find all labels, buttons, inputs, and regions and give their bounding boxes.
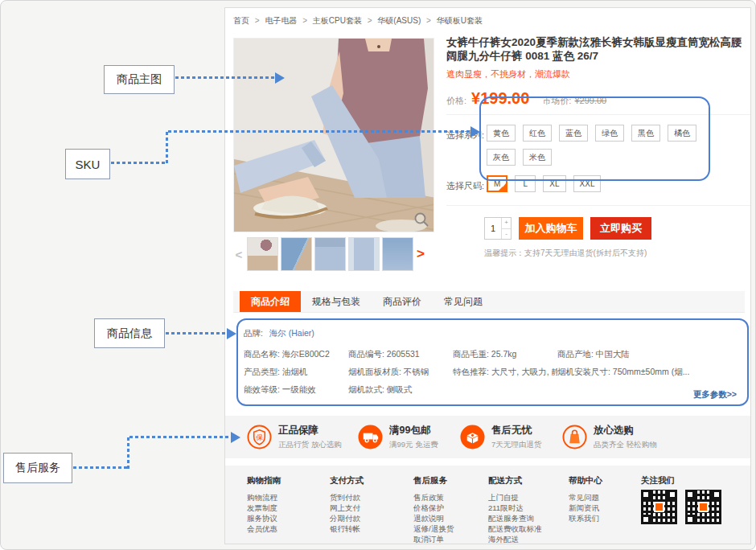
- tab-faq[interactable]: 常见问题: [433, 291, 494, 312]
- breadcrumb: 首页 > 电子电器 > 主板CPU套装 > 华硕(ASUS) > 华硕板U套装: [233, 15, 483, 27]
- thumbs-next-icon[interactable]: >: [415, 246, 426, 262]
- footer-link[interactable]: 售后政策: [413, 492, 454, 503]
- brand-value-link[interactable]: 海尔 (Haier): [269, 328, 314, 338]
- add-to-cart-button[interactable]: 加入购物车: [519, 217, 583, 240]
- footer-link[interactable]: 购物流程: [247, 492, 281, 503]
- series-option-red[interactable]: 红色: [523, 125, 552, 142]
- footer-link[interactable]: 新闻资讯: [569, 503, 602, 513]
- footer-link[interactable]: 取消订单: [413, 534, 454, 544]
- size-label: 选择尺码:: [446, 175, 487, 192]
- annotation-label-sku: SKU: [65, 149, 110, 179]
- size-row: 选择尺码: M L XL XXL: [446, 175, 750, 192]
- price-row: 价格: ¥199.00 市场价: ¥299.00: [446, 85, 750, 115]
- price-label: 价格:: [446, 95, 466, 107]
- qr-code-weibo: [685, 490, 721, 524]
- footer-link[interactable]: 211限时达: [488, 503, 542, 513]
- product-spec-grid: 商品名称: 海尔E800C2 商品编号: 2605531 商品毛重: 25.7k…: [244, 349, 738, 396]
- footer-link[interactable]: 配送费收取标准: [488, 523, 542, 534]
- footer-col-title: 关注我们: [641, 475, 675, 486]
- series-option-orange[interactable]: 橘色: [668, 125, 696, 142]
- quantity-increase-button[interactable]: +: [502, 218, 511, 229]
- footer-link[interactable]: 价格保护: [413, 503, 454, 513]
- footer-link[interactable]: 返修/退换货: [413, 523, 454, 534]
- series-option-black[interactable]: 黑色: [631, 125, 660, 142]
- footer-link[interactable]: 分期付款: [330, 513, 364, 523]
- footer-link[interactable]: 上门自提: [488, 492, 542, 503]
- breadcrumb-item-brand[interactable]: 华硕(ASUS): [377, 16, 421, 25]
- shopping-bag-icon: [562, 425, 587, 449]
- thumbnail-4[interactable]: [348, 237, 380, 271]
- breadcrumb-separator: >: [255, 16, 260, 25]
- breadcrumb-item-category1[interactable]: 电子电器: [265, 16, 297, 25]
- footer-link[interactable]: 网上支付: [330, 503, 364, 513]
- buy-now-button[interactable]: 立即购买: [590, 217, 651, 240]
- annotation-line: [168, 130, 470, 133]
- breadcrumb-separator: >: [368, 16, 372, 25]
- qr-code-wechat: [641, 490, 677, 524]
- svg-text:保: 保: [256, 433, 263, 441]
- site-footer: 购物指南 购物流程 发票制度 服务协议 会员优惠 支付方式 货到付款 网上支付 …: [225, 466, 750, 544]
- qr-logo: [654, 502, 664, 512]
- series-option-yellow[interactable]: 黄色: [487, 125, 516, 142]
- spec-cell: 产品类型: 油烟机: [244, 367, 348, 378]
- footer-link[interactable]: 发票制度: [247, 503, 281, 513]
- quantity-decrease-button[interactable]: -: [502, 229, 511, 240]
- footer-col-title: 支付方式: [330, 475, 364, 486]
- thumbs-prev-icon[interactable]: <: [233, 248, 244, 261]
- footer-link[interactable]: 退款说明: [413, 513, 454, 523]
- size-option-xxl[interactable]: XXL: [573, 175, 602, 192]
- annotation-label-main-image: 商品主图: [104, 65, 175, 94]
- more-params-link[interactable]: 更多参数>>: [693, 389, 737, 400]
- size-option-m-selected[interactable]: M: [487, 175, 507, 192]
- annotation-arrowhead: [275, 72, 285, 84]
- sku-section: 选择系列: 黄色 红色 蓝色 绿色 黑色 橘色 灰色 米色 选择尺码:: [446, 115, 750, 206]
- price-value: ¥199.00: [471, 89, 529, 108]
- series-option-beige[interactable]: 米色: [523, 149, 552, 166]
- annotation-line: [166, 332, 227, 335]
- tab-product-intro[interactable]: 商品介绍: [240, 291, 301, 312]
- service-title: 正品保障: [278, 424, 342, 437]
- thumbnail-2[interactable]: [281, 237, 312, 271]
- footer-link[interactable]: 联系我们: [569, 513, 602, 523]
- thumbnail-3[interactable]: [314, 237, 346, 271]
- footer-col-payment: 支付方式 货到付款 网上支付 分期付款 银行转帐: [330, 475, 364, 534]
- quantity-value[interactable]: 1: [485, 218, 502, 239]
- tab-spec-packaging[interactable]: 规格与包装: [301, 291, 372, 312]
- service-desc: 正品行货 放心选购: [278, 440, 342, 450]
- spec-cell: 商品名称: 海尔E800C2: [244, 349, 348, 360]
- breadcrumb-item-category2[interactable]: 主板CPU套装: [313, 16, 362, 25]
- thumbnail-strip: < >: [233, 236, 436, 272]
- size-option-xl[interactable]: XL: [543, 175, 565, 192]
- thumbnail-5[interactable]: [382, 237, 413, 271]
- footer-col-delivery: 配送方式 上门自提 211限时达 配送服务查询 配送费收取标准 海外配送: [488, 475, 542, 544]
- magnifier-icon[interactable]: [413, 211, 429, 228]
- warm-tips-text: 温馨提示：支持7天无理由退货(拆封后不支持): [484, 248, 750, 259]
- spec-cell: 烟机面板材质: 不锈钢: [348, 367, 453, 378]
- footer-link[interactable]: 常见问题: [569, 492, 602, 503]
- market-price-value: ¥299.00: [574, 96, 606, 105]
- size-option-l[interactable]: L: [515, 175, 536, 192]
- product-title: 女裤牛仔裤女2020夏季新款泫雅长裤女韩版显瘦直筒宽松高腰阔腿九分牛仔裤 008…: [446, 35, 749, 63]
- spec-cell: 能效等级: 一级能效: [244, 384, 348, 396]
- service-easy-shopping: 放心选购 品类齐全 轻松购物: [562, 416, 657, 458]
- service-authentic: 保 正品保障 正品行货 放心选购: [247, 416, 342, 458]
- footer-link[interactable]: 服务协议: [247, 513, 281, 523]
- service-title: 满99包邮: [389, 424, 438, 437]
- footer-link[interactable]: 会员优惠: [247, 523, 281, 534]
- product-main-photo[interactable]: [233, 38, 434, 232]
- product-photo-illustration: [234, 39, 434, 232]
- spec-cell: 烟机安装尺寸: 750mm±50mm (烟...: [557, 367, 738, 378]
- series-option-blue[interactable]: 蓝色: [559, 125, 588, 142]
- tab-reviews[interactable]: 商品评价: [372, 291, 433, 312]
- footer-link[interactable]: 货到付款: [330, 492, 364, 503]
- series-option-gray[interactable]: 灰色: [487, 149, 516, 166]
- breadcrumb-item-home[interactable]: 首页: [233, 16, 249, 25]
- footer-link[interactable]: 海外配送: [488, 534, 542, 544]
- series-option-green[interactable]: 绿色: [595, 125, 624, 142]
- qr-logo: [698, 502, 709, 512]
- thumbnail-1[interactable]: [247, 237, 278, 271]
- annotation-line: [166, 132, 168, 164]
- quantity-stepper: 1 + -: [484, 217, 512, 240]
- footer-link[interactable]: 配送服务查询: [488, 513, 542, 523]
- footer-link[interactable]: 银行转帐: [330, 523, 364, 534]
